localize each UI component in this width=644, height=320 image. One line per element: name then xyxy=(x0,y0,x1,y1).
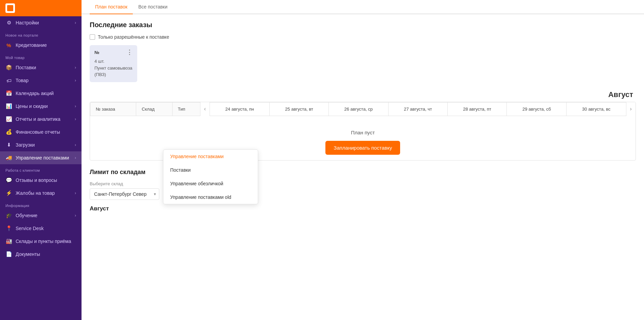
checkbox-label: Только разрешённые к поставке xyxy=(98,34,169,40)
truck-icon: 🚚 xyxy=(5,154,12,161)
sidebar-item-sklady[interactable]: 🏭 Склады и пункты приёма xyxy=(0,235,82,248)
sidebar-item-finansy[interactable]: 💰 Финансовые отчеты xyxy=(0,126,82,138)
percent-icon: % xyxy=(5,42,12,49)
section-info: Информация xyxy=(0,200,82,209)
col-warehouse: Склад xyxy=(136,102,172,116)
section-my-tovar: Мой товар xyxy=(0,52,82,61)
document-icon: 📄 xyxy=(5,251,12,258)
sidebar-item-kreditovanie[interactable]: % Кредитование xyxy=(0,39,82,52)
section-recent-title: Последние заказы xyxy=(90,21,636,29)
dropdown-popup: Управление поставками Поставки Управлени… xyxy=(163,149,258,204)
analytics-icon: 📈 xyxy=(5,116,12,123)
august-section-title: Август xyxy=(90,205,636,212)
col-date-3: 27 августа, чт xyxy=(388,102,447,116)
logo xyxy=(0,0,82,16)
settings-icon: ⚙ xyxy=(5,19,12,26)
warehouse-select[interactable]: Санкт-Петербург Север xyxy=(90,188,159,200)
calendar-month: Август xyxy=(90,90,636,99)
box-icon: 📦 xyxy=(5,64,12,71)
col-date-4: 28 августа, пт xyxy=(447,102,507,116)
sidebar-item-tseny[interactable]: 📊 Цены и скидки › xyxy=(0,100,82,113)
sidebar-item-upravlenie[interactable]: 🚚 Управление поставками › xyxy=(0,151,82,164)
order-type: Пункт самовывоза (ПВЗ) xyxy=(94,65,132,78)
dropdown-item-obezlichka[interactable]: Управление обезличкой xyxy=(163,177,258,190)
col-order-num: № заказа xyxy=(90,102,136,116)
pin-icon: 📍 xyxy=(5,225,12,232)
dropdown-item-upravlenie[interactable]: Управление поставками xyxy=(163,150,258,163)
warehouse-field-group: Выберите склад Санкт-Петербург Север ▾ xyxy=(90,181,159,200)
price-icon: 📊 xyxy=(5,103,12,110)
order-cards-list: № ⋮ 4 шт. Пункт самовывоза (ПВЗ) xyxy=(90,45,636,82)
plan-empty-text: План пуст xyxy=(90,130,636,135)
sidebar-item-otchety[interactable]: 📈 Отчеты и аналитика › xyxy=(0,113,82,126)
sidebar-item-obuchenie[interactable]: 🎓 Обучение › xyxy=(0,209,82,222)
order-card-menu-icon[interactable]: ⋮ xyxy=(126,49,132,55)
sidebar-item-tovar[interactable]: 🏷 Товар › xyxy=(0,74,82,87)
sidebar-item-nastroyki[interactable]: ⚙ Настройки › xyxy=(0,16,82,29)
warehouse-icon: 🏭 xyxy=(5,238,12,245)
col-date-2: 26 августа, ср xyxy=(329,102,389,116)
checkbox-icon[interactable] xyxy=(90,34,95,40)
col-date-0: 24 августа, пн xyxy=(210,102,269,116)
sidebar-item-dokumenty[interactable]: 📄 Документы xyxy=(0,248,82,261)
sidebar-item-postavki[interactable]: 📦 Поставки › xyxy=(0,61,82,74)
sidebar-item-kalendar[interactable]: 📅 Календарь акций xyxy=(0,87,82,100)
main-content: План поставок Все поставки Последние зак… xyxy=(82,0,644,320)
checkbox-only-allowed[interactable]: Только разрешённые к поставке xyxy=(90,34,636,40)
sidebar-item-zhaloby[interactable]: ⚡ Жалобы на товар › xyxy=(0,187,82,200)
section-client: Работа с клиентом xyxy=(0,164,82,174)
dropdown-item-postavki[interactable]: Поставки xyxy=(163,163,258,177)
nav-prev-icon[interactable]: ‹ xyxy=(200,102,210,116)
sidebar: ⚙ Настройки › Новое на портале % Кредито… xyxy=(0,0,82,320)
col-date-5: 29 августа, сб xyxy=(507,102,567,116)
tab-all[interactable]: Все поставки xyxy=(133,0,173,14)
order-card: № ⋮ 4 шт. Пункт самовывоза (ПВЗ) xyxy=(90,45,137,82)
sidebar-item-otzyvy[interactable]: 💬 Отзывы и вопросы xyxy=(0,174,82,187)
warehouse-field-label: Выберите склад xyxy=(90,181,159,186)
order-number-label: № xyxy=(94,50,100,55)
col-date-6: 30 августа, вс xyxy=(567,102,626,116)
complaint-icon: ⚡ xyxy=(5,190,12,196)
section-new: Новое на портале xyxy=(0,29,82,39)
nav-next-icon[interactable]: › xyxy=(626,102,636,116)
col-type: Тип xyxy=(172,102,200,116)
finance-icon: 💰 xyxy=(5,129,12,135)
tab-plan[interactable]: План поставок xyxy=(90,0,133,14)
schedule-delivery-button[interactable]: Запланировать поставку xyxy=(325,141,400,155)
dropdown-item-old[interactable]: Управление поставками old xyxy=(163,190,258,204)
sidebar-item-zagruzki[interactable]: ⬇ Загрузки › xyxy=(0,138,82,151)
download-icon: ⬇ xyxy=(5,142,12,148)
education-icon: 🎓 xyxy=(5,212,12,219)
calendar-icon: 📅 xyxy=(5,90,12,97)
col-date-1: 25 августа, вт xyxy=(270,102,329,116)
tabs-bar: План поставок Все поставки xyxy=(82,0,644,14)
warehouse-select-wrap: Санкт-Петербург Север ▾ xyxy=(90,188,159,200)
sidebar-item-servicedesk[interactable]: 📍 Service Desk xyxy=(0,222,82,235)
logo-icon xyxy=(5,3,15,13)
tag-icon: 🏷 xyxy=(5,77,12,84)
review-icon: 💬 xyxy=(5,177,12,184)
order-qty: 4 шт. xyxy=(94,58,132,65)
